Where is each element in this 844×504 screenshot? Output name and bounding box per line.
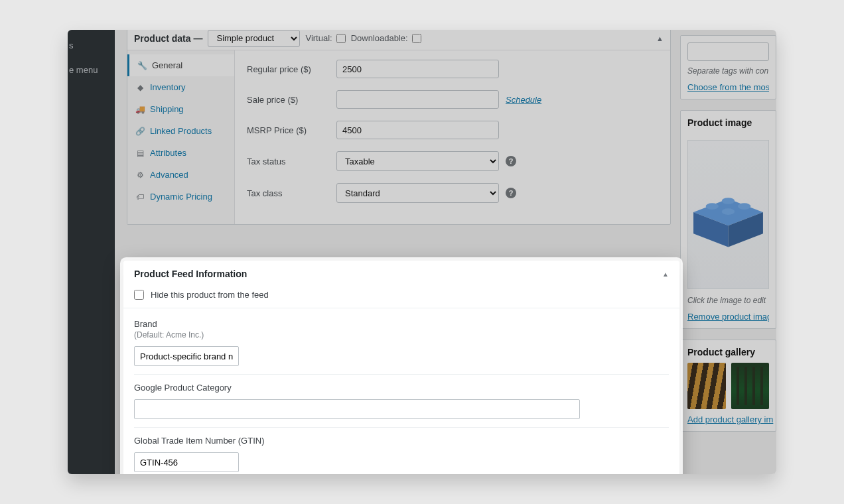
gear-icon: ⚙ [135, 170, 145, 180]
truck-icon: 🚚 [135, 105, 145, 114]
gtin-input[interactable] [134, 452, 239, 472]
tab-inventory[interactable]: ◆Inventory [127, 76, 234, 98]
help-icon[interactable]: ? [506, 156, 516, 166]
google-category-label: Google Product Category [134, 383, 669, 393]
sale-price-input[interactable] [336, 90, 499, 109]
tab-general[interactable]: 🔧General [127, 54, 234, 76]
product-data-label: Product data — [134, 33, 202, 44]
schedule-link[interactable]: Schedule [506, 95, 541, 105]
hide-from-feed-checkbox[interactable] [134, 290, 144, 300]
virtual-checkbox[interactable] [336, 34, 346, 43]
regular-price-input[interactable] [336, 60, 499, 78]
msrp-price-label: MSRP Price ($) [247, 125, 336, 135]
inventory-icon: ◆ [135, 83, 145, 92]
sale-price-label: Sale price ($) [247, 95, 336, 105]
regular-price-label: Regular price ($) [247, 64, 336, 74]
collapse-icon[interactable]: ▲ [662, 271, 669, 278]
gtin-label: Global Trade Item Number (GTIN) [134, 436, 669, 446]
add-gallery-link[interactable]: Add product gallery im [687, 414, 773, 424]
product-data-metabox: Product data — Simple product Virtual: D… [127, 30, 671, 225]
svg-point-4 [722, 198, 735, 204]
product-image-title: Product image [681, 111, 776, 133]
product-type-select[interactable]: Simple product [208, 30, 300, 47]
virtual-label: Virtual: [305, 33, 332, 43]
product-data-tabs: 🔧General ◆Inventory 🚚Shipping 🔗Linked Pr… [127, 50, 235, 224]
tax-class-label: Tax class [247, 188, 336, 198]
brand-input[interactable] [134, 346, 239, 366]
svg-point-3 [706, 203, 719, 210]
hide-from-feed-label: Hide this product from the feed [151, 290, 269, 300]
brand-label: Brand [134, 319, 669, 329]
gallery-thumb[interactable] [687, 363, 726, 409]
wrench-icon: 🔧 [137, 61, 147, 70]
remove-image-link[interactable]: Remove product image [687, 312, 769, 322]
brand-hint: (Default: Acme Inc.) [134, 330, 669, 340]
tab-shipping[interactable]: 🚚Shipping [127, 98, 234, 120]
msrp-price-input[interactable] [336, 121, 499, 139]
svg-point-6 [722, 208, 735, 215]
tags-input[interactable] [687, 42, 769, 61]
collapse-menu[interactable]: e menu [68, 62, 115, 78]
list-icon: ▤ [135, 149, 145, 158]
tax-status-label: Tax status [247, 157, 336, 166]
tags-hint: Separate tags with con [687, 66, 769, 76]
collapse-icon[interactable]: ▲ [656, 34, 664, 42]
google-category-input[interactable] [134, 399, 580, 419]
link-icon: 🔗 [135, 127, 145, 136]
tax-class-select[interactable]: Standard [336, 183, 499, 203]
tab-dynamic-pricing[interactable]: 🏷Dynamic Pricing [127, 186, 234, 208]
edit-image-hint: Click the image to edit [687, 296, 769, 305]
tab-advanced[interactable]: ⚙Advanced [127, 164, 234, 186]
lego-brick-icon [688, 175, 768, 255]
tab-linked-products[interactable]: 🔗Linked Products [127, 120, 234, 142]
admin-sidebar: s e menu [68, 30, 115, 474]
tag-icon: 🏷 [135, 192, 145, 202]
choose-tags-link[interactable]: Choose from the most [687, 82, 769, 92]
gallery-thumb[interactable] [731, 363, 770, 409]
help-icon[interactable]: ? [506, 188, 516, 198]
downloadable-checkbox[interactable] [412, 34, 421, 43]
product-gallery-title: Product gallery [681, 340, 776, 363]
admin-sidebar-item[interactable]: s [68, 38, 115, 53]
product-feed-panel: Product Feed Information ▲ Hide this pro… [123, 261, 679, 474]
tab-attributes[interactable]: ▤Attributes [127, 142, 234, 164]
tax-status-select[interactable]: Taxable [336, 151, 499, 171]
product-image[interactable] [687, 140, 769, 289]
svg-point-5 [738, 203, 750, 210]
downloadable-label: Downloadable: [351, 33, 408, 43]
panel-title: Product Feed Information [134, 269, 247, 279]
